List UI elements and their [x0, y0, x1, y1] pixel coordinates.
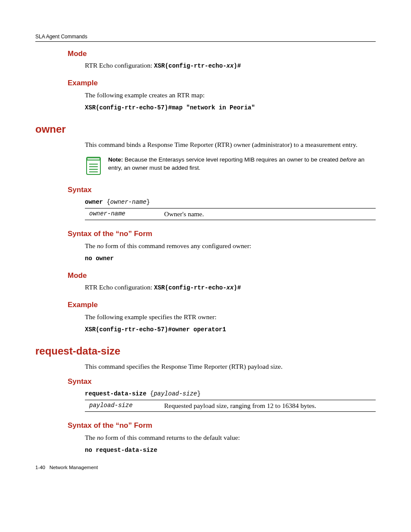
page-footer: 1-40 Network Management	[35, 465, 376, 470]
mode-code-2a: XSR(config-rtr-echo-	[154, 284, 227, 291]
command-title-rds: request-data-size	[35, 345, 376, 357]
note-text-i: before	[340, 156, 356, 163]
svg-rect-2	[87, 158, 100, 159]
footer-page: 1-40	[35, 465, 45, 470]
mode-code-b: xx	[227, 62, 234, 69]
heading-example-2: Example	[68, 301, 376, 309]
heading-syntax: Syntax	[68, 186, 376, 194]
heading-no-form: Syntax of the “no” Form	[68, 230, 376, 238]
mode-line: RTR Echo configuration: XSR(config-rtr-e…	[85, 62, 376, 69]
mode-code-2c: )#	[234, 284, 241, 291]
no-form-a: The	[85, 242, 97, 249]
param-name: owner-name	[85, 210, 162, 218]
no-form-rds-a: The	[85, 434, 97, 441]
heading-no-form-rds: Syntax of the “no” Form	[68, 421, 376, 430]
syntax-definition: owner {owner-name}	[85, 198, 376, 208]
syntax-arg-rds: payload-size	[154, 390, 197, 397]
mode-code-2b: xx	[227, 284, 234, 291]
syntax-definition-rds: request-data-size {payload-size}	[85, 389, 376, 400]
no-form-code: no owner	[85, 255, 376, 262]
param-row-rds: payload-size Requested payload size, ran…	[85, 400, 376, 412]
no-form-rds-i: no	[97, 434, 104, 441]
svg-rect-3	[87, 159, 100, 160]
heading-mode-2: Mode	[68, 271, 376, 280]
syntax-keyword: owner	[85, 199, 103, 205]
command-title-owner: owner	[35, 123, 376, 135]
owner-intro: This command binds a Response Time Repor…	[85, 140, 376, 149]
param-desc: Owner's name.	[162, 210, 376, 218]
note-text-a: Because the Enterasys service level repo…	[123, 156, 340, 163]
no-form-text-rds: The no form of this command returns to t…	[85, 433, 376, 442]
mode-code-c: )#	[234, 62, 241, 69]
syntax-box-rds: request-data-size {payload-size} payload…	[85, 389, 376, 412]
no-form-b: form of this command removes any configu…	[103, 242, 251, 249]
param-name-rds: payload-size	[85, 402, 162, 410]
no-form-i: no	[97, 242, 104, 249]
page-header: SLA Agent Commands	[35, 34, 376, 42]
no-form-text: The no form of this command removes any …	[85, 242, 376, 251]
mode-code-a: XSR(config-rtr-echo-	[154, 62, 227, 69]
note-label: Note:	[108, 156, 123, 163]
syntax-keyword-rds: request-data-size	[85, 390, 146, 397]
note-block: Note: Because the Enterasys service leve…	[85, 156, 376, 176]
footer-chapter: Network Management	[50, 465, 98, 470]
heading-example: Example	[68, 79, 376, 87]
mode-prefix-2: RTR Echo configuration:	[85, 283, 154, 291]
no-form-code-rds: no request-data-size	[85, 447, 376, 454]
mode-prefix: RTR Echo configuration:	[85, 62, 154, 69]
note-text: Note: Because the Enterasys service leve…	[108, 156, 376, 172]
example-intro: The following example creates an RTR map…	[85, 91, 376, 100]
param-desc-rds: Requested payload size, ranging from 12 …	[162, 402, 376, 410]
mode-line-2: RTR Echo configuration: XSR(config-rtr-e…	[85, 283, 376, 291]
syntax-arg: owner-name	[110, 199, 146, 205]
rds-intro: This command specifies the Response Time…	[85, 362, 376, 371]
no-form-rds-b: form of this command returns to the defa…	[103, 434, 240, 441]
syntax-box-owner: owner {owner-name} owner-name Owner's na…	[85, 198, 376, 220]
heading-mode: Mode	[68, 50, 376, 58]
example-intro-2: The following example specifies the RTR …	[85, 313, 376, 322]
example-code-2: XSR(config-rtr-echo-57)#owner operator1	[85, 326, 376, 333]
example-code: XSR(config-rtr-echo-57)#map "network in …	[85, 104, 376, 111]
param-row: owner-name Owner's name.	[85, 208, 376, 220]
note-icon	[85, 156, 102, 176]
heading-syntax-rds: Syntax	[68, 377, 376, 386]
